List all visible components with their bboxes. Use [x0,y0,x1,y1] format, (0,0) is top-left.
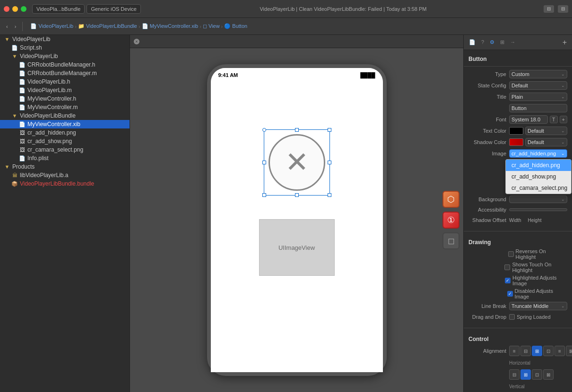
sidebar-item-info-plist[interactable]: 📄 Info.plist [0,154,130,162]
handle-tr[interactable] [328,128,331,132]
breadcrumb-videoplayerlib[interactable]: 📄 VideoPlayerLib [30,23,73,29]
dropdown-item-cr-add-show[interactable]: cr_add_show.png [506,171,571,182]
panel-right-btn[interactable]: ⊟ [558,5,568,13]
tab-attributes[interactable]: ⚙ [487,38,497,47]
titlebar: VideoPlа...bBundle Generic iOS Device Vi… [0,0,572,18]
sidebar-item-crrobot-m[interactable]: 📄 CRRobotBundleManager.m [0,69,130,77]
type-select[interactable]: Custom ⌄ [509,70,567,78]
sidebar-item-cr-add-show[interactable]: 🖼 cr_add_show.png [0,137,130,145]
sidebar-item-bundle-folder[interactable]: ▼ VideoPlayerLibBundle [0,111,130,120]
row-image: Image cr_add_hidden.png ⌄ [464,148,572,159]
align-center-right-btn[interactable]: ⊡ [543,346,554,356]
uiimageview-widget[interactable]: UIImageView [259,219,335,276]
handle-bc[interactable] [295,193,299,197]
spring-loaded-checkbox[interactable] [509,314,515,320]
horiz-alignment: ≡ ⊟ ⊞ ⊡ ≡ ⊠ [509,346,572,356]
sidebar-item-crrobot-h[interactable]: 📄 CRRobotBundleManager.h [0,60,130,69]
shadow-color-select[interactable]: Default ⌄ [525,138,567,146]
image-select[interactable]: cr_add_hidden.png ⌄ [509,149,567,158]
font-size-btn[interactable]: + [560,116,567,123]
vert-align-bottom-btn[interactable]: ⊡ [532,369,542,380]
canvas-icon-red[interactable]: ① [442,212,459,229]
title-select[interactable]: Plain ⌄ [509,93,567,101]
back-btn[interactable]: ‹ [4,22,10,31]
tab-videoplayerbbundle[interactable]: VideoPlа...bBundle [32,4,85,14]
button-widget[interactable]: ✕ [264,129,330,196]
sidebar-label: cr_add_show.png [27,138,72,145]
inspector-toolbar: 📄 ? ⚙ ⊞ → + [464,35,572,50]
sidebar-item-cr-add-hidden[interactable]: 🖼 cr_add_hidden.png [0,128,130,137]
toolbar: ‹ › 📄 VideoPlayerLib › 📁 VideoPlayerLibB… [0,18,572,35]
tab-generic-ios[interactable]: Generic iOS Device [87,4,141,14]
tab-file[interactable]: 📄 [467,38,478,47]
canvas-icon-gray[interactable]: ◻ [442,232,459,249]
row-shadow-offset: Shadow Offset Width Height [464,215,572,225]
text-color-select[interactable]: Default ⌄ [525,127,567,135]
sidebar-label: VideoPlayerLib.m [27,87,72,94]
shows-touch-checkbox[interactable] [504,264,510,270]
close-traffic-light[interactable] [4,6,9,12]
inspector-add-btn[interactable]: + [560,37,569,48]
sidebar-item-bundle[interactable]: 📦 VideoPlayerLibBundle.bundle [0,179,130,188]
vert-align-fill-btn[interactable]: ⊠ [543,369,554,380]
vert-align-top-btn[interactable]: ⊟ [509,369,520,380]
sidebar-item-myvc-xib[interactable]: 📄 MyViewController.xib [0,120,130,128]
breadcrumb-bundle[interactable]: 📁 VideoPlayerLibBundle [78,23,137,29]
panel-left-btn[interactable]: ⊟ [544,5,554,13]
canvas-close-btn[interactable]: × [134,39,139,44]
background-select[interactable]: ⌄ [509,196,567,203]
align-center-left-btn[interactable]: ⊟ [520,346,531,356]
tab-connections[interactable]: → [508,38,518,47]
handle-mr[interactable] [328,161,331,164]
sidebar-item-script[interactable]: 📄 Script.sh [0,43,130,52]
dropdown-item-cr-add-hidden[interactable]: cr_add_hidden.png [506,160,571,171]
handle-tc[interactable] [295,128,299,132]
handle-bl[interactable] [262,193,266,197]
sidebar-item-myvc-m[interactable]: 📄 MyViewController.m [0,103,130,111]
align-center-btn[interactable]: ⊞ [532,346,542,356]
sidebar-label: CRRobotBundleManager.m [27,70,97,77]
maximize-traffic-light[interactable] [21,6,26,12]
sidebar-item-videoplayerlib-root[interactable]: ▼ VideoPlayerLib [0,35,130,43]
vert-align-center-btn[interactable]: ⊞ [520,369,531,380]
align-right-btn[interactable]: ≡ [555,346,565,356]
uiimageview-label: UIImageView [278,244,315,251]
dropdown-item-cr-camara[interactable]: cr_camara_select.png [506,182,571,194]
disabled-adjusts-checkbox[interactable] [507,291,513,297]
accessibility-select[interactable] [509,208,567,211]
breadcrumb-button[interactable]: 🔵 Button [224,23,247,29]
minimize-traffic-light[interactable] [12,6,18,12]
shadow-color-swatch[interactable] [509,138,523,146]
file-icon: 📄 [19,104,26,111]
label-shadow-offset: Shadow Offset [468,217,506,223]
handle-br[interactable] [328,193,331,197]
breadcrumb-xib[interactable]: 📄 MyViewController.xib [142,23,199,29]
font-name-field[interactable]: System 18.0 [509,115,548,124]
state-config-select[interactable]: Default ⌄ [509,81,567,90]
sidebar-item-videolib-m[interactable]: 📄 VideoPlayerLib.m [0,86,130,94]
sidebar-item-myvc-h[interactable]: 📄 MyViewController.h [0,94,130,103]
tab-quickhelp[interactable]: ? [479,38,486,47]
sidebar-item-products[interactable]: ▼ Products [0,162,130,171]
align-fill-btn[interactable]: ⊠ [566,346,572,356]
sidebar-item-videolib-h[interactable]: 📄 VideoPlayerLib.h [0,77,130,86]
forward-btn[interactable]: › [12,22,19,31]
breadcrumb-view[interactable]: ◻ View [203,23,220,29]
sidebar-item-lib-a[interactable]: 🏛 libVideoPlayerLib.a [0,171,130,179]
shows-touch-label: Shows Touch On Highlight [512,262,567,273]
sidebar-item-videoplayerlib-folder[interactable]: ▼ VideoPlayerLib [0,52,130,60]
handle-ml[interactable] [262,161,266,164]
canvas-side-icons: ⬡ ① ◻ [442,191,459,249]
font-style-btn[interactable]: T [550,116,558,123]
reverses-checkbox[interactable] [508,251,514,257]
line-break-select[interactable]: Truncate Middle ⌄ [509,302,567,310]
handle-tl[interactable] [262,128,266,132]
highlighted-adjusts-checkbox[interactable] [505,278,511,283]
tab-size[interactable]: ⊞ [498,38,507,47]
button-text-input[interactable]: Button [509,104,567,112]
align-left-btn[interactable]: ≡ [509,346,520,356]
sidebar-item-cr-camara[interactable]: 🖼 cr_camara_select.png [0,145,130,154]
text-color-swatch[interactable] [509,127,523,135]
value-image: cr_add_hidden.png ⌄ [509,149,567,158]
canvas-icon-cube[interactable]: ⬡ [442,191,459,208]
